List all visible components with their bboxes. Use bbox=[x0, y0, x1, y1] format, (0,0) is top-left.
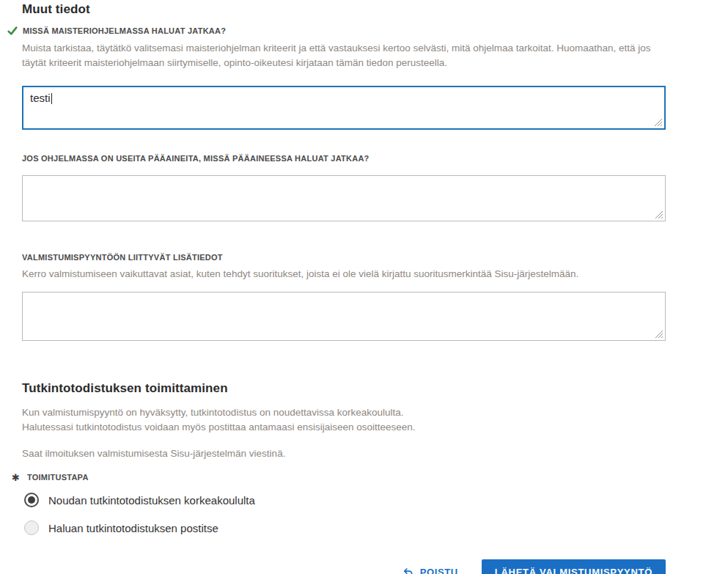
delivery-info-paragraph: Kun valmistumispyyntö on hyväksytty, tut… bbox=[22, 405, 666, 435]
delivery-info-line-2: Halutessasi tutkintotodistus voidaan myö… bbox=[22, 422, 416, 433]
master-programme-textarea[interactable]: testi bbox=[22, 86, 666, 130]
valid-check-icon bbox=[7, 26, 18, 36]
delivery-info-line-1: Kun valmistumispyyntö on hyväksytty, tut… bbox=[22, 407, 404, 418]
section-title-certificate-delivery: Tutkintotodistuksen toimittaminen bbox=[22, 381, 666, 396]
radio-dot bbox=[28, 496, 35, 504]
question-1-help-text: Muista tarkistaa, täytätkö valitsemasi m… bbox=[22, 41, 666, 70]
radio-selected-icon[interactable] bbox=[24, 493, 39, 507]
radio-unselected-icon[interactable] bbox=[24, 520, 39, 535]
radio-option-mail[interactable]: Haluan tutkintotodistuksen postitse bbox=[24, 520, 666, 535]
radio-option-mail-label: Haluan tutkintotodistuksen postitse bbox=[48, 522, 218, 534]
question-1-label: MISSÄ MAISTERIOHJELMASSA HALUAT JATKAA? bbox=[23, 26, 226, 36]
question-1-label-row: MISSÄ MAISTERIOHJELMASSA HALUAT JATKAA? bbox=[7, 26, 666, 36]
master-programme-textarea-value: testi bbox=[30, 92, 51, 104]
question-3-help-text: Kerro valmistumiseen vaikuttavat asiat, … bbox=[22, 267, 666, 282]
question-3-label: VALMISTUMISPYYNTÖÖN LIITTYVÄT LISÄTIEDOT bbox=[22, 253, 223, 262]
radio-option-pickup-label: Noudan tutkintotodistuksen korkeakoulult… bbox=[48, 494, 255, 507]
submit-graduation-request-button[interactable]: LÄHETÄ VALMISTUMISPYYNTÖ bbox=[482, 559, 666, 574]
required-asterisk-icon: ✱ bbox=[12, 474, 20, 482]
delivery-method-label-row: ✱ TOIMITUSTAPA bbox=[12, 473, 666, 482]
text-caret bbox=[51, 93, 52, 104]
major-subject-textarea[interactable] bbox=[22, 175, 666, 221]
resize-grip-icon[interactable] bbox=[655, 330, 663, 339]
back-arrow-icon bbox=[402, 567, 413, 574]
question-2-label: JOS OHJELMASSA ON USEITA PÄÄAINEITA, MIS… bbox=[22, 154, 369, 163]
resize-grip-icon[interactable] bbox=[655, 210, 663, 219]
delivery-notice-paragraph: Saat ilmoituksen valmistumisesta Sisu-jä… bbox=[22, 446, 666, 461]
additional-info-textarea[interactable] bbox=[22, 292, 666, 341]
exit-link[interactable]: POISTU bbox=[402, 567, 458, 574]
question-2-label-row: JOS OHJELMASSA ON USEITA PÄÄAINEITA, MIS… bbox=[22, 154, 666, 163]
footer-actions: POISTU LÄHETÄ VALMISTUMISPYYNTÖ bbox=[22, 559, 666, 574]
radio-option-pickup[interactable]: Noudan tutkintotodistuksen korkeakoulult… bbox=[24, 493, 666, 507]
question-3-label-row: VALMISTUMISPYYNTÖÖN LIITTYVÄT LISÄTIEDOT bbox=[22, 253, 666, 262]
graduation-request-form-page: Muut tiedot MISSÄ MAISTERIOHJELMASSA HAL… bbox=[0, 0, 728, 574]
delivery-method-label: TOIMITUSTAPA bbox=[27, 473, 89, 482]
exit-link-label: POISTU bbox=[420, 567, 458, 574]
resize-grip-icon[interactable] bbox=[654, 118, 663, 127]
section-title-other-info: Muut tiedot bbox=[22, 2, 666, 17]
